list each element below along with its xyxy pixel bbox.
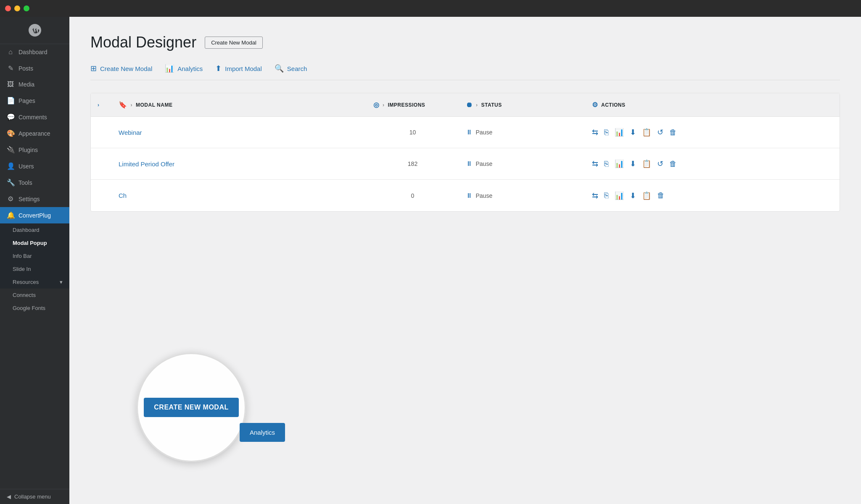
media-icon: 🖼 <box>7 81 14 88</box>
notes-icon[interactable]: 📋 <box>642 159 651 168</box>
plugins-icon: 🔌 <box>7 146 14 154</box>
sidebar-item-label: Plugins <box>18 147 38 153</box>
td-actions-limited: ⇆ ⎘ 📊 ⬇ 📋 ↺ 🗑 <box>585 152 840 175</box>
notes-icon[interactable]: 📋 <box>642 191 651 200</box>
table-header: › 🔖 › MODAL NAME ◎ › IMPRESSIONS ⏺ › STA… <box>91 93 840 117</box>
users-icon: 👤 <box>7 162 14 170</box>
sidebar-item-appearance[interactable]: 🎨 Appearance <box>0 125 69 142</box>
minimize-button[interactable] <box>14 5 20 11</box>
sidebar: ⌂ Dashboard ✎ Posts 🖼 Media 📄 Pages 💬 Co… <box>0 17 69 504</box>
gear-icon: ⚙ <box>592 101 598 109</box>
sidebar-item-pages[interactable]: 📄 Pages <box>0 92 69 109</box>
search-icon: 🔍 <box>275 64 284 73</box>
magnifier-overlay: CREATE NEW MODAL <box>137 353 246 462</box>
sidebar-item-label: Tools <box>18 179 32 186</box>
td-toggle <box>91 189 112 202</box>
analytics-icon: 📊 <box>165 64 174 73</box>
sidebar-sub-item-modal-popup[interactable]: Modal Popup <box>0 236 69 249</box>
pause-icon: ⏸ <box>466 192 473 200</box>
sidebar-sub-item-slide-in[interactable]: Slide In <box>0 262 69 276</box>
th-arrow: › <box>131 102 133 108</box>
create-new-modal-header-button[interactable]: Create New Modal <box>205 37 263 49</box>
import-icon: ⬆ <box>215 64 222 73</box>
download-icon[interactable]: ⬇ <box>630 191 636 200</box>
download-icon[interactable]: ⬇ <box>630 128 636 137</box>
sidebar-sub-item-info-bar[interactable]: Info Bar <box>0 249 69 262</box>
sidebar-item-label: Comments <box>18 114 47 121</box>
sidebar-item-settings[interactable]: ⚙ Settings <box>0 191 69 207</box>
sidebar-nav: ⌂ Dashboard ✎ Posts 🖼 Media 📄 Pages 💬 Co… <box>0 44 69 489</box>
copy-icon[interactable]: ⎘ <box>604 128 609 137</box>
sidebar-item-posts[interactable]: ✎ Posts <box>0 60 69 76</box>
download-icon[interactable]: ⬇ <box>630 159 636 168</box>
sidebar-item-media[interactable]: 🖼 Media <box>0 76 69 92</box>
toolbar-import-modal[interactable]: ⬆ Import Modal <box>215 64 262 73</box>
table-row: Webinar 10 ⏸ Pause ⇆ ⎘ 📊 ⬇ 📋 ↺ 🗑 <box>91 117 840 148</box>
table-row: Ch 0 ⏸ Pause ⇆ ⎘ 📊 ⬇ 📋 🗑 <box>91 180 840 211</box>
delete-icon[interactable]: 🗑 <box>657 191 665 200</box>
sidebar-item-google-fonts[interactable]: Google Fonts <box>0 302 69 315</box>
sidebar-item-tools[interactable]: 🔧 Tools <box>0 174 69 191</box>
td-modal-name-webinar[interactable]: Webinar <box>112 122 367 143</box>
modals-table: › 🔖 › MODAL NAME ◎ › IMPRESSIONS ⏺ › STA… <box>90 93 840 212</box>
analytics-row-icon[interactable]: 📊 <box>615 159 624 168</box>
toolbar-analytics[interactable]: 📊 Analytics <box>165 64 203 73</box>
td-impressions-webinar: 10 <box>367 122 459 142</box>
impressions-icon: ◎ <box>373 101 380 109</box>
notes-icon[interactable]: 📋 <box>642 128 651 137</box>
sidebar-item-connects[interactable]: Connects <box>0 289 69 302</box>
th-toggle: › <box>91 94 112 116</box>
sidebar-item-comments[interactable]: 💬 Comments <box>0 109 69 125</box>
sidebar-item-plugins[interactable]: 🔌 Plugins <box>0 142 69 158</box>
share-icon[interactable]: ⇆ <box>592 128 598 137</box>
comments-icon: 💬 <box>7 113 14 121</box>
appearance-icon: 🎨 <box>7 129 14 137</box>
analytics-row-icon[interactable]: 📊 <box>615 128 624 137</box>
toolbar-search[interactable]: 🔍 Search <box>275 64 307 73</box>
td-actions-ch: ⇆ ⎘ 📊 ⬇ 📋 🗑 <box>585 184 840 207</box>
delete-icon[interactable]: 🗑 <box>669 160 677 168</box>
page-header: Modal Designer Create New Modal <box>90 34 840 51</box>
main-content: Modal Designer Create New Modal ⊞ Create… <box>69 17 861 504</box>
sidebar-sub-item-resources[interactable]: Resources ▾ <box>0 276 69 289</box>
bookmark-icon: 🔖 <box>119 101 127 109</box>
sidebar-item-label: ConvertPlug <box>18 212 51 219</box>
share-icon[interactable]: ⇆ <box>592 159 598 168</box>
td-modal-name-ch[interactable]: Ch <box>112 185 367 206</box>
title-bar <box>0 0 861 17</box>
th-actions: ⚙ ACTIONS <box>585 93 840 116</box>
close-button[interactable] <box>5 5 11 11</box>
th-status: ⏺ › STATUS <box>459 94 585 116</box>
create-new-modal-magnifier-button[interactable]: CREATE NEW MODAL <box>144 398 238 417</box>
pages-icon: 📄 <box>7 97 14 105</box>
td-modal-name-limited[interactable]: Limited Period Offer <box>112 154 367 174</box>
analytics-tooltip-button[interactable]: Analytics <box>240 423 285 442</box>
sidebar-item-label: Appearance <box>18 130 50 137</box>
plus-icon: ⊞ <box>90 64 97 73</box>
copy-icon[interactable]: ⎘ <box>604 160 609 168</box>
page-title: Modal Designer <box>90 34 196 51</box>
share-icon[interactable]: ⇆ <box>592 191 598 200</box>
toolbar: ⊞ Create New Modal 📊 Analytics ⬆ Import … <box>90 64 840 80</box>
reset-icon[interactable]: ↺ <box>657 159 663 168</box>
toolbar-create-new-modal[interactable]: ⊞ Create New Modal <box>90 64 152 73</box>
wordpress-logo <box>0 17 69 44</box>
posts-icon: ✎ <box>7 64 14 72</box>
analytics-row-icon[interactable]: 📊 <box>615 191 624 200</box>
reset-icon[interactable]: ↺ <box>657 128 663 137</box>
td-status-limited: ⏸ Pause <box>459 153 585 174</box>
status-icon: ⏺ <box>466 101 473 109</box>
collapse-menu-button[interactable]: ◀ Collapse menu <box>0 489 69 504</box>
chevron-down-icon: ▾ <box>60 279 63 285</box>
sidebar-item-dashboard[interactable]: ⌂ Dashboard <box>0 44 69 60</box>
copy-icon[interactable]: ⎘ <box>604 191 609 200</box>
maximize-button[interactable] <box>24 5 29 11</box>
td-status-webinar: ⏸ Pause <box>459 122 585 143</box>
sidebar-item-label: Media <box>18 81 34 88</box>
sidebar-item-label: Posts <box>18 65 33 72</box>
sidebar-sub-item-dashboard[interactable]: Dashboard <box>0 223 69 236</box>
sidebar-item-convertplug[interactable]: 🔔 ConvertPlug <box>0 207 69 223</box>
dashboard-icon: ⌂ <box>7 48 14 56</box>
delete-icon[interactable]: 🗑 <box>669 128 677 137</box>
sidebar-item-users[interactable]: 👤 Users <box>0 158 69 174</box>
